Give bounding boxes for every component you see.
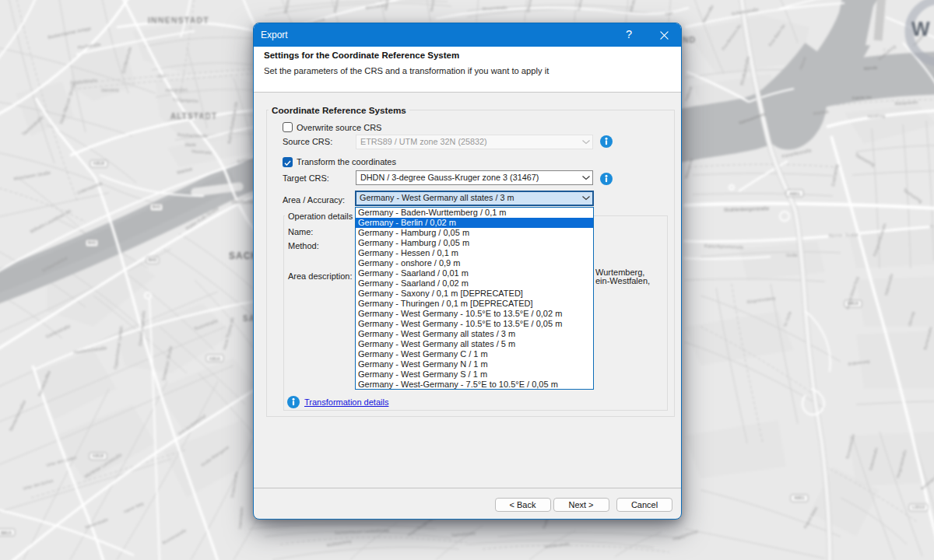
svg-text:L3313: L3313 [912, 505, 925, 509]
svg-text:B43: B43 [153, 205, 161, 209]
svg-text:A661: A661 [794, 495, 806, 500]
svg-text:Steinweg: Steinweg [101, 87, 119, 93]
svg-text:Zeil: Zeil [158, 74, 166, 79]
svg-text:B43: B43 [88, 240, 97, 245]
svg-text:ALTSTADT: ALTSTADT [170, 112, 217, 121]
svg-text:W: W [911, 18, 930, 40]
svg-text:Große: Große [786, 253, 798, 257]
svg-text:B43: B43 [149, 257, 157, 262]
svg-text:K818: K818 [93, 453, 104, 458]
svg-text:K816: K816 [209, 356, 221, 361]
svg-text:B815: B815 [1, 530, 12, 535]
svg-text:Holzgraben: Holzgraben [166, 87, 188, 93]
svg-text:ND: ND [683, 35, 696, 44]
svg-text:INNENSTADT: INNENSTADT [148, 16, 209, 25]
svg-text:Berliner: Berliner [930, 223, 934, 229]
svg-text:Markt: Markt [185, 142, 196, 147]
svg-text:K818: K818 [93, 161, 105, 166]
svg-text:A661: A661 [789, 191, 801, 196]
